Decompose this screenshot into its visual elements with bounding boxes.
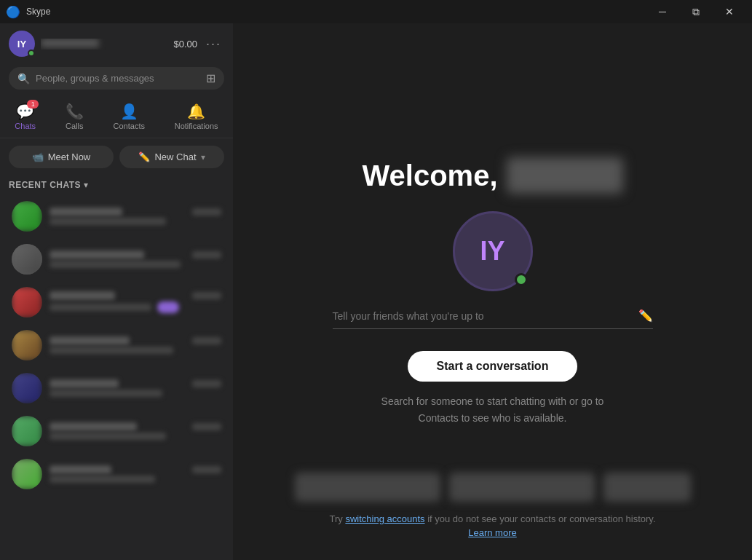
start-conversation-button[interactable]: Start a conversation	[408, 351, 578, 382]
search-input[interactable]	[36, 73, 200, 84]
avatar	[12, 287, 42, 318]
notifications-label: Notifications	[175, 122, 218, 130]
app-icon: 🔵	[6, 5, 20, 19]
tab-notifications[interactable]: 🔔 Notifications	[166, 98, 227, 135]
list-item[interactable]	[3, 367, 230, 409]
chevron-down-icon: ▾	[201, 152, 205, 162]
welcome-text: Welcome,	[363, 159, 498, 192]
search-icon: 🔍	[17, 73, 30, 84]
nav-tabs: 💬 1 Chats 📞 Calls 👤 Contacts 🔔 Notificat…	[0, 95, 233, 138]
title-bar-left: 🔵 Skype	[6, 5, 50, 19]
status-placeholder: Tell your friends what you're up to	[333, 310, 484, 322]
footer-text: Try switching accounts if you do not see…	[233, 513, 752, 538]
banner-1	[295, 473, 440, 502]
chats-icon: 💬 1	[16, 103, 34, 120]
status-bar[interactable]: Tell your friends what you're up to ✏️	[333, 309, 653, 329]
more-options-button[interactable]: ···	[203, 33, 224, 55]
avatar	[12, 330, 42, 360]
chat-time	[192, 208, 221, 216]
restore-button[interactable]: ⧉	[679, 0, 713, 23]
calls-label: Calls	[66, 122, 83, 130]
chat-info	[50, 208, 221, 225]
chat-preview	[50, 433, 166, 440]
avatar	[12, 416, 42, 446]
chat-preview	[50, 390, 162, 397]
video-icon: 📹	[32, 151, 44, 162]
online-status-dot	[28, 50, 35, 57]
contacts-icon: 👤	[120, 103, 138, 120]
list-item[interactable]	[3, 238, 230, 280]
list-item[interactable]	[3, 324, 230, 366]
chat-preview	[50, 476, 155, 483]
contacts-label: Contacts	[114, 122, 145, 130]
minimize-button[interactable]: ─	[646, 0, 679, 23]
tab-chats[interactable]: 💬 1 Chats	[6, 98, 44, 135]
chat-name	[50, 379, 119, 388]
grid-icon[interactable]: ⊞	[206, 71, 215, 85]
chat-name	[50, 465, 111, 474]
avatar	[12, 373, 42, 403]
chat-time	[192, 380, 221, 387]
new-chat-label: New Chat	[154, 151, 196, 162]
list-item[interactable]	[3, 195, 230, 237]
tab-contacts[interactable]: 👤 Contacts	[105, 98, 154, 135]
compose-icon: ✏️	[138, 151, 150, 162]
chat-list[interactable]	[0, 194, 233, 560]
chat-info	[50, 291, 221, 313]
chat-info	[50, 422, 221, 440]
chat-info	[50, 336, 221, 354]
title-bar: 🔵 Skype ─ ⧉ ✕	[0, 0, 752, 23]
avatar	[12, 244, 42, 275]
recent-chats-chevron-icon: ▾	[84, 180, 88, 190]
meet-now-button[interactable]: 📹 Meet Now	[9, 146, 114, 168]
meet-now-label: Meet Now	[48, 151, 91, 162]
avatar: IY	[9, 31, 35, 57]
chats-badge: 1	[27, 100, 39, 109]
learn-more-link[interactable]: Learn more	[233, 527, 752, 538]
tab-calls[interactable]: 📞 Calls	[57, 98, 92, 135]
new-chat-button[interactable]: ✏️ New Chat ▾	[119, 146, 224, 168]
avatar	[12, 201, 42, 232]
list-item[interactable]	[3, 410, 230, 452]
list-item[interactable]	[3, 453, 230, 495]
notifications-icon: 🔔	[187, 103, 205, 120]
chat-name	[50, 208, 122, 216]
chat-time	[192, 251, 221, 259]
search-bar[interactable]: 🔍 ⊞	[9, 67, 224, 90]
switching-accounts-link[interactable]: switching accounts	[345, 513, 424, 524]
bottom-banners	[295, 473, 691, 502]
main-online-dot	[515, 273, 528, 286]
username-blur	[507, 157, 623, 194]
recent-chats-label: RECENT CHATS	[9, 180, 81, 190]
chat-preview	[50, 218, 166, 225]
chat-name	[50, 422, 137, 431]
profile-credit: $0.00	[173, 39, 197, 50]
chat-time	[192, 423, 221, 430]
chat-preview	[50, 304, 151, 311]
welcome-heading: Welcome,	[363, 157, 623, 194]
sidebar: IY $0.00 ··· 🔍 ⊞ 💬 1 Chats	[0, 23, 233, 560]
main-avatar: IY	[453, 211, 533, 291]
chat-info	[50, 251, 221, 268]
avatar-initials: IY	[17, 39, 26, 50]
chats-label: Chats	[15, 122, 36, 130]
main-avatar-initials: IY	[480, 236, 504, 267]
chat-info	[50, 379, 221, 397]
chat-time	[192, 466, 221, 473]
welcome-section: Welcome, IY Tell your friends what you'r…	[333, 157, 653, 329]
main-content: Welcome, IY Tell your friends what you'r…	[233, 23, 752, 560]
chat-name	[50, 336, 130, 345]
banner-3	[603, 473, 691, 502]
profile-name	[41, 39, 167, 50]
app-title: Skype	[26, 7, 50, 17]
app-container: IY $0.00 ··· 🔍 ⊞ 💬 1 Chats	[0, 23, 752, 560]
chat-name	[50, 251, 144, 259]
close-button[interactable]: ✕	[713, 0, 746, 23]
profile-bar[interactable]: IY $0.00 ···	[0, 23, 233, 64]
banner-2	[449, 473, 595, 502]
list-item[interactable]	[3, 281, 230, 323]
avatar	[12, 459, 42, 489]
edit-icon[interactable]: ✏️	[638, 309, 653, 323]
chat-preview	[50, 347, 173, 354]
recent-chats-header[interactable]: RECENT CHATS ▾	[0, 176, 233, 194]
